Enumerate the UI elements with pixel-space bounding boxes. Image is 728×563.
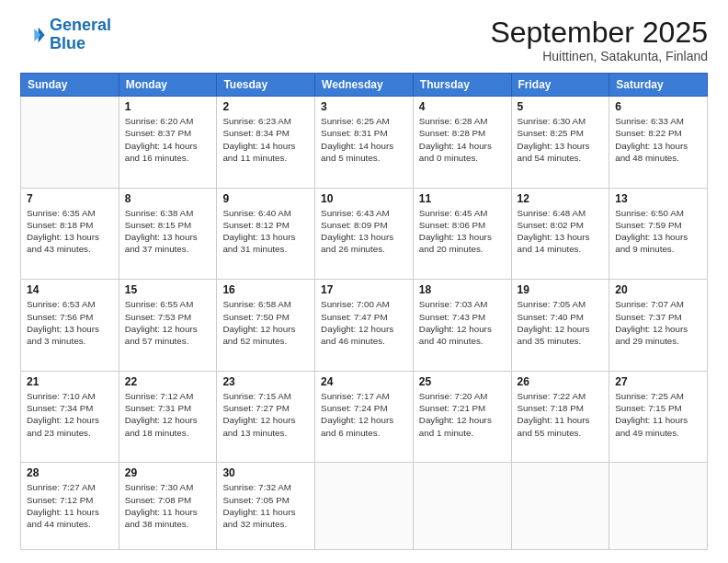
day-info: Sunrise: 6:30 AM Sunset: 8:25 PM Dayligh…	[518, 115, 604, 164]
calendar-cell	[413, 463, 511, 550]
day-info: Sunrise: 6:58 AM Sunset: 7:50 PM Dayligh…	[222, 298, 309, 347]
weekday-sunday: Sunday	[21, 74, 119, 97]
calendar-cell: 13Sunrise: 6:50 AM Sunset: 7:59 PM Dayli…	[609, 188, 708, 280]
day-info: Sunrise: 6:53 AM Sunset: 7:56 PM Dayligh…	[27, 298, 113, 347]
calendar-cell: 5Sunrise: 6:30 AM Sunset: 8:25 PM Daylig…	[511, 97, 609, 189]
day-info: Sunrise: 7:22 AM Sunset: 7:18 PM Dayligh…	[518, 390, 604, 439]
weekday-friday: Friday	[511, 74, 609, 97]
calendar-cell: 27Sunrise: 7:25 AM Sunset: 7:15 PM Dayli…	[609, 371, 708, 463]
day-number: 11	[419, 192, 506, 205]
calendar-cell: 4Sunrise: 6:28 AM Sunset: 8:28 PM Daylig…	[413, 97, 511, 189]
day-number: 15	[125, 283, 211, 296]
calendar-cell: 8Sunrise: 6:38 AM Sunset: 8:15 PM Daylig…	[119, 188, 217, 280]
calendar-cell: 2Sunrise: 6:23 AM Sunset: 8:34 PM Daylig…	[217, 97, 315, 189]
calendar-cell: 14Sunrise: 6:53 AM Sunset: 7:56 PM Dayli…	[21, 280, 119, 372]
calendar-cell: 21Sunrise: 7:10 AM Sunset: 7:34 PM Dayli…	[21, 371, 119, 463]
calendar-cell	[511, 463, 609, 550]
calendar-week-2: 7Sunrise: 6:35 AM Sunset: 8:18 PM Daylig…	[21, 188, 708, 280]
calendar-cell: 24Sunrise: 7:17 AM Sunset: 7:24 PM Dayli…	[315, 371, 414, 463]
logo-text: General Blue	[50, 17, 111, 53]
day-number: 1	[125, 100, 211, 113]
calendar-cell: 18Sunrise: 7:03 AM Sunset: 7:43 PM Dayli…	[413, 280, 511, 372]
day-info: Sunrise: 6:55 AM Sunset: 7:53 PM Dayligh…	[125, 298, 211, 347]
day-info: Sunrise: 6:33 AM Sunset: 8:22 PM Dayligh…	[615, 115, 701, 164]
calendar-table: SundayMondayTuesdayWednesdayThursdayFrid…	[20, 73, 708, 550]
calendar-cell	[21, 97, 119, 189]
calendar-cell: 1Sunrise: 6:20 AM Sunset: 8:37 PM Daylig…	[119, 97, 217, 189]
day-info: Sunrise: 6:25 AM Sunset: 8:31 PM Dayligh…	[321, 115, 407, 164]
day-info: Sunrise: 6:20 AM Sunset: 8:37 PM Dayligh…	[125, 115, 211, 164]
title-block: September 2025 Huittinen, Satakunta, Fin…	[490, 17, 708, 63]
day-info: Sunrise: 7:25 AM Sunset: 7:15 PM Dayligh…	[615, 390, 701, 439]
calendar-cell: 30Sunrise: 7:32 AM Sunset: 7:05 PM Dayli…	[217, 463, 315, 550]
day-number: 20	[615, 283, 701, 296]
calendar-cell: 12Sunrise: 6:48 AM Sunset: 8:02 PM Dayli…	[511, 188, 609, 280]
calendar-cell: 26Sunrise: 7:22 AM Sunset: 7:18 PM Dayli…	[511, 371, 609, 463]
day-number: 25	[419, 375, 506, 388]
day-number: 16	[222, 283, 309, 296]
day-info: Sunrise: 6:48 AM Sunset: 8:02 PM Dayligh…	[518, 207, 604, 256]
day-number: 9	[222, 192, 309, 205]
day-info: Sunrise: 6:40 AM Sunset: 8:12 PM Dayligh…	[222, 207, 309, 256]
day-number: 21	[27, 375, 113, 388]
day-number: 26	[518, 375, 604, 388]
header: General Blue September 2025 Huittinen, S…	[20, 17, 708, 63]
weekday-thursday: Thursday	[413, 74, 511, 97]
day-info: Sunrise: 6:43 AM Sunset: 8:09 PM Dayligh…	[321, 207, 407, 256]
day-number: 4	[419, 100, 506, 113]
day-number: 12	[518, 192, 604, 205]
day-info: Sunrise: 7:07 AM Sunset: 7:37 PM Dayligh…	[615, 298, 701, 347]
day-info: Sunrise: 6:23 AM Sunset: 8:34 PM Dayligh…	[222, 115, 309, 164]
day-number: 3	[321, 100, 407, 113]
day-info: Sunrise: 6:50 AM Sunset: 7:59 PM Dayligh…	[615, 207, 701, 256]
weekday-wednesday: Wednesday	[315, 74, 414, 97]
day-info: Sunrise: 6:28 AM Sunset: 8:28 PM Dayligh…	[419, 115, 506, 164]
day-info: Sunrise: 7:17 AM Sunset: 7:24 PM Dayligh…	[321, 390, 407, 439]
calendar-cell	[609, 463, 708, 550]
day-number: 7	[27, 192, 113, 205]
day-info: Sunrise: 6:38 AM Sunset: 8:15 PM Dayligh…	[125, 207, 211, 256]
day-number: 5	[518, 100, 604, 113]
weekday-header-row: SundayMondayTuesdayWednesdayThursdayFrid…	[21, 74, 708, 97]
page: General Blue September 2025 Huittinen, S…	[0, 0, 728, 563]
calendar-cell: 7Sunrise: 6:35 AM Sunset: 8:18 PM Daylig…	[21, 188, 119, 280]
logo-icon	[20, 22, 46, 48]
logo: General Blue	[20, 17, 111, 53]
calendar-cell: 15Sunrise: 6:55 AM Sunset: 7:53 PM Dayli…	[119, 280, 217, 372]
day-number: 10	[321, 192, 407, 205]
day-number: 14	[27, 283, 113, 296]
weekday-saturday: Saturday	[609, 74, 708, 97]
calendar-cell: 17Sunrise: 7:00 AM Sunset: 7:47 PM Dayli…	[315, 280, 414, 372]
calendar-cell: 28Sunrise: 7:27 AM Sunset: 7:12 PM Dayli…	[21, 463, 119, 550]
calendar-cell: 29Sunrise: 7:30 AM Sunset: 7:08 PM Dayli…	[119, 463, 217, 550]
calendar-cell: 20Sunrise: 7:07 AM Sunset: 7:37 PM Dayli…	[609, 280, 708, 372]
calendar-cell	[315, 463, 414, 550]
day-info: Sunrise: 6:35 AM Sunset: 8:18 PM Dayligh…	[27, 207, 113, 256]
calendar-cell: 16Sunrise: 6:58 AM Sunset: 7:50 PM Dayli…	[217, 280, 315, 372]
day-info: Sunrise: 7:15 AM Sunset: 7:27 PM Dayligh…	[222, 390, 309, 439]
day-number: 22	[125, 375, 211, 388]
calendar-week-4: 21Sunrise: 7:10 AM Sunset: 7:34 PM Dayli…	[21, 371, 708, 463]
calendar-cell: 25Sunrise: 7:20 AM Sunset: 7:21 PM Dayli…	[413, 371, 511, 463]
day-number: 18	[419, 283, 506, 296]
day-number: 28	[27, 466, 113, 479]
day-number: 30	[222, 466, 309, 479]
weekday-monday: Monday	[119, 74, 217, 97]
day-info: Sunrise: 7:05 AM Sunset: 7:40 PM Dayligh…	[518, 298, 604, 347]
day-info: Sunrise: 7:32 AM Sunset: 7:05 PM Dayligh…	[222, 481, 309, 530]
day-number: 29	[125, 466, 211, 479]
day-info: Sunrise: 7:30 AM Sunset: 7:08 PM Dayligh…	[125, 481, 211, 530]
day-info: Sunrise: 7:00 AM Sunset: 7:47 PM Dayligh…	[321, 298, 407, 347]
day-number: 13	[615, 192, 701, 205]
day-info: Sunrise: 6:45 AM Sunset: 8:06 PM Dayligh…	[419, 207, 506, 256]
logo-line1: General	[50, 16, 111, 34]
day-info: Sunrise: 7:12 AM Sunset: 7:31 PM Dayligh…	[125, 390, 211, 439]
calendar-cell: 10Sunrise: 6:43 AM Sunset: 8:09 PM Dayli…	[315, 188, 414, 280]
day-number: 6	[615, 100, 701, 113]
calendar-cell: 11Sunrise: 6:45 AM Sunset: 8:06 PM Dayli…	[413, 188, 511, 280]
calendar-week-3: 14Sunrise: 6:53 AM Sunset: 7:56 PM Dayli…	[21, 280, 708, 372]
day-number: 24	[321, 375, 407, 388]
calendar-cell: 19Sunrise: 7:05 AM Sunset: 7:40 PM Dayli…	[511, 280, 609, 372]
calendar-cell: 9Sunrise: 6:40 AM Sunset: 8:12 PM Daylig…	[217, 188, 315, 280]
calendar-week-5: 28Sunrise: 7:27 AM Sunset: 7:12 PM Dayli…	[21, 463, 708, 550]
